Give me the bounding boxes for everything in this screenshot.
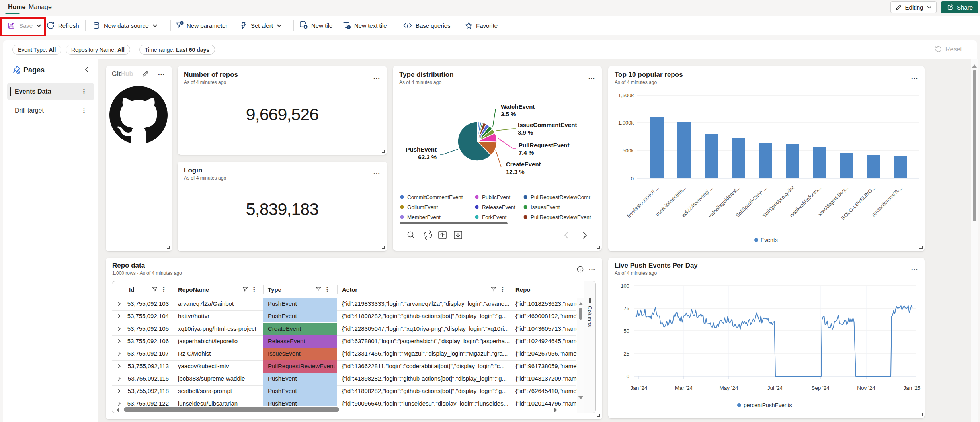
- svg-text:3.5 %: 3.5 %: [501, 111, 516, 117]
- svg-text:CreateEvent: CreateEvent: [506, 161, 541, 168]
- svg-text:1,000k: 1,000k: [618, 120, 634, 126]
- svg-text:Jul '24: Jul '24: [767, 385, 783, 391]
- svg-text:ReleaseEvent: ReleaseEvent: [482, 204, 515, 210]
- svg-text:100: 100: [621, 283, 629, 289]
- svg-text:IssuesEvent: IssuesEvent: [531, 204, 560, 210]
- svg-text:0: 0: [631, 176, 634, 182]
- svg-text:WatchEvent: WatchEvent: [501, 103, 535, 110]
- svg-text:PullRequestEvent: PullRequestEvent: [519, 142, 570, 148]
- svg-text:Jan '25: Jan '25: [903, 385, 920, 391]
- svg-text:Nov '24: Nov '24: [857, 385, 875, 391]
- svg-text:0: 0: [627, 373, 629, 379]
- svg-text:PullRequestReviewComr: PullRequestReviewComr: [531, 194, 591, 200]
- svg-text:Events: Events: [761, 237, 778, 243]
- svg-text:IssueCommentEvent: IssueCommentEvent: [518, 121, 577, 128]
- svg-text:Jan '24: Jan '24: [630, 385, 648, 391]
- svg-text:Sep '24: Sep '24: [811, 385, 830, 391]
- svg-text:MemberEvent: MemberEvent: [407, 214, 441, 220]
- svg-text:PushEvent: PushEvent: [406, 146, 437, 153]
- svg-text:May '24: May '24: [720, 385, 738, 391]
- svg-text:ForkEvent: ForkEvent: [482, 214, 507, 220]
- svg-text:PullRequestReviewEvent: PullRequestReviewEvent: [531, 214, 591, 220]
- svg-text:1,500k: 1,500k: [618, 92, 634, 98]
- svg-text:62.2 %: 62.2 %: [418, 154, 437, 160]
- svg-text:3.9 %: 3.9 %: [518, 129, 533, 136]
- svg-text:Mar '24: Mar '24: [675, 385, 693, 391]
- svg-text:25: 25: [624, 351, 629, 357]
- svg-text:75: 75: [624, 305, 629, 311]
- svg-text:PublicEvent: PublicEvent: [482, 194, 511, 200]
- svg-text:GollumEvent: GollumEvent: [407, 204, 438, 210]
- svg-text:CommitCommentEvent: CommitCommentEvent: [407, 194, 463, 200]
- svg-text:7.4 %: 7.4 %: [519, 149, 534, 156]
- svg-text:50: 50: [624, 328, 629, 334]
- svg-text:percentPushEvents: percentPushEvents: [744, 402, 792, 408]
- svg-text:500k: 500k: [623, 148, 634, 154]
- svg-text:12.3 %: 12.3 %: [506, 168, 525, 175]
